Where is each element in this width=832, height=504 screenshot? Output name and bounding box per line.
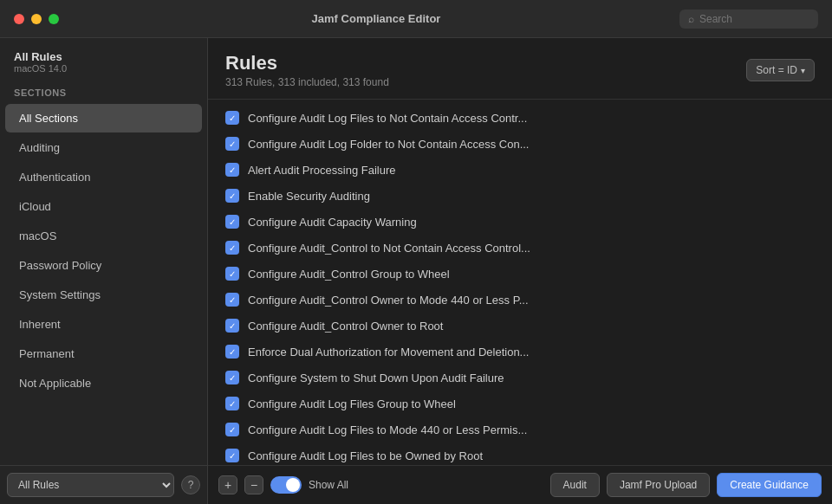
add-button[interactable]: + (218, 475, 237, 494)
rule-item[interactable]: ✓Configure Audit_Control to Not Contain … (218, 235, 822, 261)
sidebar-item-permanent[interactable]: Permanent (5, 339, 202, 368)
content-area: Rules 313 Rules, 313 included, 313 found… (208, 38, 832, 504)
rule-label: Configure Audit_Control to Not Contain A… (248, 242, 530, 255)
sidebar-footer: All Rules ? (0, 465, 207, 504)
sidebar-header: All Rules macOS 14.0 (0, 38, 207, 77)
sidebar-item-password-policy[interactable]: Password Policy (5, 251, 202, 280)
rule-label: Configure Audit Capacity Warning (248, 216, 417, 229)
rules-select[interactable]: All Rules (7, 473, 174, 497)
rule-label: Configure Audit Log Files Group to Wheel (248, 397, 456, 410)
rule-item[interactable]: ✓Alert Audit Processing Failure (218, 157, 822, 183)
sidebar-item-inherent[interactable]: Inherent (5, 310, 202, 339)
search-input[interactable] (699, 13, 803, 25)
sort-label: Sort = ID (756, 64, 797, 76)
create-guidance-button[interactable]: Create Guidance (717, 473, 822, 497)
footer-actions: Audit Jamf Pro Upload Create Guidance (550, 473, 822, 497)
sidebar-item-icloud[interactable]: iCloud (5, 192, 202, 221)
rule-label: Configure Audit_Control Owner to Root (248, 320, 443, 333)
rule-item[interactable]: ✓Configure Audit Log Files to be Owned b… (218, 443, 822, 465)
rule-checkbox[interactable]: ✓ (225, 241, 239, 255)
rule-checkbox[interactable]: ✓ (225, 111, 239, 125)
rule-label: Enforce Dual Authorization for Movement … (248, 346, 529, 359)
jamf-pro-upload-button[interactable]: Jamf Pro Upload (607, 473, 710, 497)
rule-label: Configure Audit_Control Owner to Mode 44… (248, 294, 529, 307)
help-button[interactable]: ? (181, 475, 200, 494)
sidebar-item-authentication[interactable]: Authentication (5, 163, 202, 191)
rules-meta: 313 Rules, 313 included, 313 found (225, 76, 389, 88)
rule-item[interactable]: ✓Configure Audit_Control Owner to Root (218, 313, 822, 339)
sidebar-items: All SectionsAuditingAuthenticationiCloud… (0, 103, 207, 465)
maximize-button[interactable] (49, 14, 59, 24)
rule-checkbox[interactable]: ✓ (225, 189, 239, 203)
rule-label: Configure Audit Log Files to be Owned by… (248, 449, 483, 462)
rule-checkbox[interactable]: ✓ (225, 449, 239, 462)
close-button[interactable] (14, 14, 24, 24)
rule-item[interactable]: ✓Enable Security Auditing (218, 183, 822, 209)
rule-label: Configure Audit_Control Group to Wheel (248, 268, 450, 281)
rule-checkbox[interactable]: ✓ (225, 215, 239, 229)
rules-title: Rules (225, 52, 389, 74)
rule-label: Enable Security Auditing (248, 190, 370, 203)
rule-checkbox[interactable]: ✓ (225, 345, 239, 359)
content-header: Rules 313 Rules, 313 included, 313 found… (208, 38, 832, 100)
sections-title: Sections (0, 77, 207, 103)
rule-label: Configure Audit Log Files to Mode 440 or… (248, 423, 527, 436)
rule-label: Configure Audit Log Files to Not Contain… (248, 112, 527, 125)
main-layout: All Rules macOS 14.0 Sections All Sectio… (0, 38, 832, 504)
show-all-label[interactable]: Show All (309, 479, 348, 491)
content-footer: + − Show All Audit Jamf Pro Upload Creat… (208, 465, 832, 504)
rule-checkbox[interactable]: ✓ (225, 319, 239, 333)
rule-label: Configure Audit Log Folder to Not Contai… (248, 138, 529, 151)
rule-checkbox[interactable]: ✓ (225, 423, 239, 436)
rule-item[interactable]: ✓Configure Audit Log Files to Not Contai… (218, 105, 822, 131)
sidebar-item-system-settings[interactable]: System Settings (5, 281, 202, 309)
sidebar-item-auditing[interactable]: Auditing (5, 133, 202, 162)
rule-item[interactable]: ✓Configure Audit Log Files to Mode 440 o… (218, 417, 822, 443)
search-icon: ⌕ (688, 13, 694, 25)
show-all-toggle[interactable] (270, 476, 302, 494)
sidebar-item-not-applicable[interactable]: Not Applicable (5, 369, 202, 397)
window-controls (14, 14, 59, 24)
rule-item[interactable]: ✓Configure Audit_Control Group to Wheel (218, 261, 822, 287)
rule-item[interactable]: ✓Configure Audit_Control Owner to Mode 4… (218, 287, 822, 313)
rule-checkbox[interactable]: ✓ (225, 397, 239, 410)
rule-checkbox[interactable]: ✓ (225, 163, 239, 177)
chevron-down-icon: ▾ (801, 66, 805, 75)
rule-label: Alert Audit Processing Failure (248, 164, 396, 177)
rules-list: ✓Configure Audit Log Files to Not Contai… (208, 100, 832, 465)
rule-checkbox[interactable]: ✓ (225, 371, 239, 384)
sidebar-sub-label: macOS 14.0 (14, 63, 193, 74)
rule-checkbox[interactable]: ✓ (225, 293, 239, 307)
rule-item[interactable]: ✓Configure Audit Log Files Group to Whee… (218, 391, 822, 417)
remove-button[interactable]: − (244, 475, 263, 494)
rule-item[interactable]: ✓Enforce Dual Authorization for Movement… (218, 339, 822, 365)
app-title: Jamf Compliance Editor (73, 12, 679, 25)
sort-button[interactable]: Sort = ID ▾ (746, 59, 815, 81)
rule-label: Configure System to Shut Down Upon Audit… (248, 372, 504, 384)
rule-checkbox[interactable]: ✓ (225, 137, 239, 151)
audit-button[interactable]: Audit (550, 473, 600, 497)
sidebar-item-macos[interactable]: macOS (5, 222, 202, 250)
minimize-button[interactable] (31, 14, 42, 24)
rule-item[interactable]: ✓Configure Audit Log Folder to Not Conta… (218, 131, 822, 157)
rule-item[interactable]: ✓Configure Audit Capacity Warning (218, 209, 822, 235)
title-bar: Jamf Compliance Editor ⌕ (0, 0, 832, 38)
sidebar-item-all-sections[interactable]: All Sections (5, 104, 202, 132)
rule-checkbox[interactable]: ✓ (225, 267, 239, 281)
rule-item[interactable]: ✓Configure System to Shut Down Upon Audi… (218, 365, 822, 391)
search-bar[interactable]: ⌕ (679, 10, 818, 29)
sidebar-main-label: All Rules (14, 50, 193, 63)
sidebar: All Rules macOS 14.0 Sections All Sectio… (0, 38, 208, 504)
